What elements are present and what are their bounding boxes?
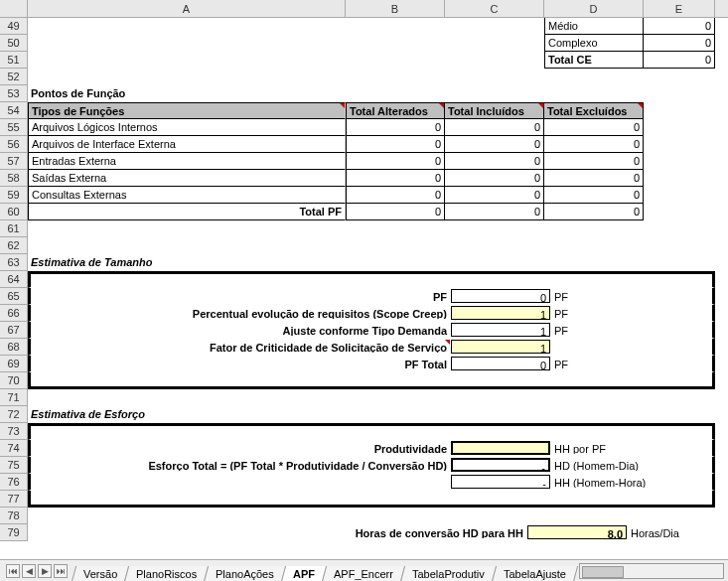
row-header[interactable]: 57 — [0, 153, 27, 170]
col-header-C[interactable]: C — [445, 0, 544, 17]
cell-unit-etotal: HD (Homem-Dia) — [550, 458, 643, 472]
row-header[interactable]: 55 — [0, 119, 27, 136]
row-header[interactable]: 76 — [0, 474, 27, 491]
cell-C57[interactable]: 0 — [445, 153, 544, 170]
spreadsheet-cells[interactable]: Médio 0 Complexo 0 Total CE 0 Pontos de … — [28, 18, 728, 541]
row-header[interactable]: 73 — [0, 423, 27, 440]
row-header[interactable]: 72 — [0, 406, 27, 423]
cell-A60-total[interactable]: Total PF — [28, 204, 346, 220]
row-header[interactable]: 70 — [0, 372, 27, 389]
row-header[interactable]: 79 — [0, 524, 27, 541]
cell-A55[interactable]: Arquivos Lógicos Internos — [28, 119, 346, 136]
cell-val-etotal[interactable]: - — [451, 458, 550, 472]
row-header[interactable]: 66 — [0, 305, 27, 322]
row-header[interactable]: 77 — [0, 491, 27, 508]
row-header[interactable]: 69 — [0, 356, 27, 372]
tab-nav-next-icon[interactable]: ▶ — [38, 564, 52, 578]
cell-A59[interactable]: Consultas Externas — [28, 187, 346, 204]
cell-D58[interactable]: 0 — [544, 170, 644, 187]
tab-versao[interactable]: Versão — [72, 566, 130, 582]
row-header[interactable]: 64 — [0, 271, 27, 288]
row-header[interactable]: 58 — [0, 170, 27, 187]
row-header[interactable]: 75 — [0, 457, 27, 474]
col-header-A[interactable]: A — [28, 0, 346, 17]
col-header-D[interactable]: D — [544, 0, 644, 17]
tab-nav-prev-icon[interactable]: ◀ — [22, 564, 36, 578]
cell-D50[interactable]: Complexo — [544, 35, 644, 52]
cell-A53-section-pf[interactable]: Pontos de Função — [28, 85, 346, 102]
cell-D51[interactable]: Total CE — [544, 52, 644, 69]
row-header[interactable]: 60 — [0, 204, 27, 220]
cell-A63-section-size[interactable]: Estimativa de Tamanho — [28, 254, 346, 271]
cell-B58[interactable]: 0 — [346, 170, 445, 187]
cell-val-conv[interactable]: 8,0 — [527, 525, 627, 539]
cell-C60[interactable]: 0 — [445, 204, 544, 220]
tab-apf-encerr[interactable]: APF_Encerr — [322, 566, 405, 582]
cell-D49[interactable]: Médio — [544, 18, 644, 35]
cell-val-pf[interactable]: 0 — [451, 289, 550, 303]
row-header[interactable]: 68 — [0, 339, 27, 356]
row-header[interactable]: 49 — [0, 18, 27, 35]
cell-D60[interactable]: 0 — [544, 204, 644, 220]
cell-B54-header[interactable]: Total Alterados — [346, 102, 445, 119]
cell-D56[interactable]: 0 — [544, 136, 644, 153]
cell-E51[interactable]: 0 — [644, 52, 715, 69]
cell-C59[interactable]: 0 — [445, 187, 544, 204]
row-header[interactable]: 71 — [0, 389, 27, 406]
row-header[interactable]: 62 — [0, 237, 27, 254]
cell-C55[interactable]: 0 — [445, 119, 544, 136]
row-header[interactable]: 67 — [0, 322, 27, 339]
scope-creep-link[interactable]: Creep — [412, 308, 443, 320]
cell-B59[interactable]: 0 — [346, 187, 445, 204]
cell-label-pftotal: PF Total — [34, 357, 451, 370]
row-header[interactable]: 50 — [0, 35, 27, 52]
cell-B55[interactable]: 0 — [346, 119, 445, 136]
row-header[interactable]: 78 — [0, 508, 27, 524]
cell-val-pftotal[interactable]: 0 — [451, 357, 550, 370]
row-header[interactable]: 51 — [0, 52, 27, 69]
row-header-gutter: 49 50 51 52 53 54 55 56 57 58 59 60 61 6… — [0, 18, 28, 541]
tab-planoacoes[interactable]: PlanoAções — [204, 566, 286, 582]
cell-val-scopecreep[interactable]: 1 — [451, 306, 550, 320]
cell-B56[interactable]: 0 — [346, 136, 445, 153]
row-header[interactable]: 59 — [0, 187, 27, 204]
cell-E49[interactable]: 0 — [644, 18, 715, 35]
cell-A58[interactable]: Saídas Externa — [28, 170, 346, 187]
select-all-corner[interactable] — [0, 0, 28, 17]
col-header-B[interactable]: B — [346, 0, 445, 17]
cell-D59[interactable]: 0 — [544, 187, 644, 204]
row-header[interactable]: 65 — [0, 288, 27, 305]
cell-B60[interactable]: 0 — [346, 204, 445, 220]
cell-val-fator[interactable]: 1 — [451, 340, 550, 354]
tab-tabelaajuste[interactable]: TabelaAjuste — [492, 566, 578, 582]
tab-nav-last-icon[interactable]: ⏭ — [54, 564, 68, 578]
cell-val-prod[interactable] — [451, 441, 550, 455]
row-header[interactable]: 54 — [0, 102, 27, 119]
cell-C58[interactable]: 0 — [445, 170, 544, 187]
row-header[interactable]: 61 — [0, 220, 27, 237]
cell-E50[interactable]: 0 — [644, 35, 715, 52]
cell-A57[interactable]: Entradas Externa — [28, 153, 346, 170]
cell-A56[interactable]: Arquivos de Interface Externa — [28, 136, 346, 153]
cell-val-hh[interactable]: - — [451, 475, 550, 489]
row-header[interactable]: 56 — [0, 136, 27, 153]
row-header[interactable]: 53 — [0, 85, 27, 102]
horizontal-scrollbar[interactable] — [579, 563, 724, 579]
cell-D55[interactable]: 0 — [544, 119, 644, 136]
cell-D54-header[interactable]: Total Excluídos — [544, 102, 644, 119]
cell-D57[interactable]: 0 — [544, 153, 644, 170]
cell-A54-header[interactable]: Tipos de Funções — [28, 102, 346, 119]
row-header[interactable]: 63 — [0, 254, 27, 271]
cell-B57[interactable]: 0 — [346, 153, 445, 170]
row-header[interactable]: 52 — [0, 69, 27, 85]
cell-C54-header[interactable]: Total Incluídos — [445, 102, 544, 119]
cell-val-ajuste[interactable]: 1 — [451, 323, 550, 337]
tab-tabelaprodutiv[interactable]: TabelaProdutiv — [400, 566, 497, 582]
tab-apf[interactable]: APF — [281, 566, 327, 582]
row-header[interactable]: 74 — [0, 440, 27, 457]
cell-A72-section-effort[interactable]: Estimativa de Esforço — [28, 406, 346, 423]
cell-C56[interactable]: 0 — [445, 136, 544, 153]
col-header-E[interactable]: E — [644, 0, 715, 17]
tab-nav-first-icon[interactable]: ⏮ — [6, 564, 20, 578]
tab-planoriscos[interactable]: PlanoRiscos — [124, 566, 209, 582]
